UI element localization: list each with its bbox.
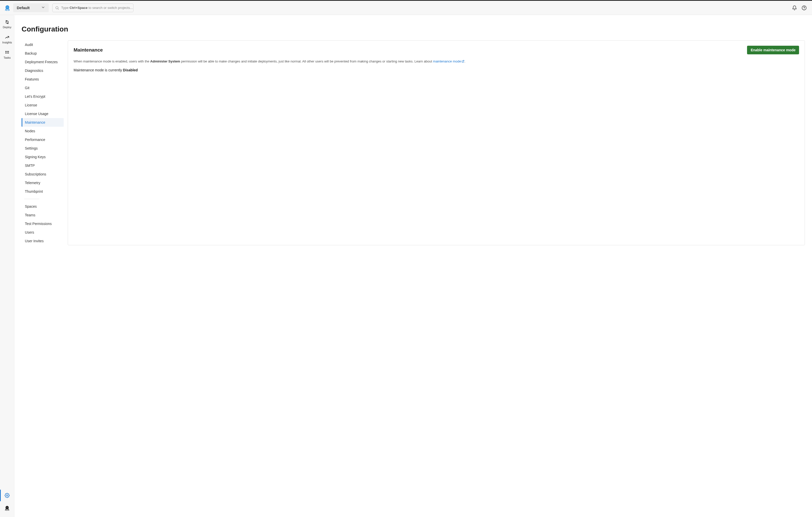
config-nav-item-test-permissions[interactable]: Test Permissions (22, 219, 64, 228)
insights-icon (5, 35, 9, 40)
config-nav-item-license-usage[interactable]: License Usage (22, 109, 64, 118)
search-input[interactable]: Type Ctrl+Space to search or switch proj… (52, 4, 134, 12)
main-content: Configuration AuditBackupDeployment Free… (14, 15, 812, 517)
maintenance-status: Maintenance mode is currently Disabled (74, 68, 799, 72)
panel-title: Maintenance (74, 47, 103, 53)
rail-label: Insights (2, 41, 12, 44)
help-button[interactable] (799, 3, 809, 13)
desc-text: When maintenance mode is enabled, users … (74, 59, 150, 63)
svg-line-4 (58, 9, 59, 9)
svg-point-8 (7, 51, 8, 52)
desc-text: permission will be able to make changes … (180, 59, 433, 63)
svg-point-15 (6, 507, 7, 508)
config-nav-item-smtp[interactable]: SMTP (22, 161, 64, 170)
config-nav-item-subscriptions[interactable]: Subscriptions (22, 170, 64, 179)
tasks-icon (5, 50, 9, 55)
config-nav-item-performance[interactable]: Performance (22, 135, 64, 144)
topbar: Default Type Ctrl+Space to search or swi… (0, 1, 812, 15)
search-text-prefix: Type (61, 6, 69, 10)
search-icon (55, 6, 59, 10)
svg-point-12 (8, 53, 9, 54)
rail-item-user[interactable] (0, 502, 14, 514)
config-nav-item-diagnostics[interactable]: Diagnostics (22, 66, 64, 75)
config-nav-item-features[interactable]: Features (22, 75, 64, 84)
notifications-button[interactable] (790, 3, 799, 13)
desc-text: . (464, 59, 465, 63)
nav-divider (24, 199, 39, 199)
svg-point-16 (7, 507, 8, 508)
bell-icon (792, 5, 797, 10)
search-placeholder: Type Ctrl+Space to search or switch proj… (61, 6, 133, 10)
chevron-down-icon (41, 5, 45, 10)
config-nav-item-git[interactable]: Git (22, 84, 64, 92)
rail-item-insights[interactable]: Insights (0, 35, 14, 44)
svg-point-11 (7, 53, 8, 54)
config-nav: AuditBackupDeployment FreezesDiagnostics… (22, 40, 64, 245)
svg-point-10 (5, 53, 6, 54)
config-nav-item-teams[interactable]: Teams (22, 211, 64, 219)
config-nav-item-maintenance[interactable]: Maintenance (22, 118, 64, 127)
config-nav-item-thumbprint[interactable]: Thumbprint (22, 187, 64, 196)
deploy-icon (5, 20, 9, 25)
config-nav-item-user-invites[interactable]: User Invites (22, 237, 64, 245)
gear-icon (5, 493, 10, 498)
space-name: Default (17, 6, 30, 10)
link-text: maintenance mode (433, 59, 461, 63)
svg-point-2 (8, 7, 8, 7)
status-value: Disabled (123, 68, 138, 72)
rail-label: Tasks (4, 56, 11, 59)
config-nav-item-deployment-freezes[interactable]: Deployment Freezes (22, 58, 64, 66)
config-nav-item-license[interactable]: License (22, 101, 64, 109)
config-nav-item-audit[interactable]: Audit (22, 40, 64, 49)
desc-bold: Administer System (150, 59, 180, 63)
space-switcher[interactable]: Default (13, 3, 49, 12)
app-logo[interactable] (3, 4, 12, 12)
status-prefix: Maintenance mode is currently (74, 68, 123, 72)
enable-maintenance-button[interactable]: Enable maintenance mode (747, 46, 799, 54)
panel-description: When maintenance mode is enabled, users … (74, 59, 799, 64)
search-text-suffix: to search or switch projects... (88, 6, 133, 10)
svg-point-9 (8, 51, 9, 52)
search-shortcut: Ctrl+Space (69, 6, 88, 10)
rail-item-deploy[interactable]: Deploy (0, 20, 14, 29)
octopus-logo-icon (4, 5, 11, 11)
maintenance-mode-link[interactable]: maintenance mode (433, 59, 464, 63)
svg-point-7 (5, 51, 6, 52)
config-nav-item-spaces[interactable]: Spaces (22, 202, 64, 211)
rail-item-configuration[interactable] (0, 489, 14, 502)
left-rail: Deploy Insights Tasks (0, 15, 14, 517)
config-nav-item-users[interactable]: Users (22, 228, 64, 237)
page-title: Configuration (22, 25, 805, 33)
config-nav-item-settings[interactable]: Settings (22, 144, 64, 153)
config-nav-item-signing-keys[interactable]: Signing Keys (22, 153, 64, 161)
external-link-icon (462, 59, 464, 64)
config-nav-item-nodes[interactable]: Nodes (22, 127, 64, 135)
maintenance-panel: Maintenance Enable maintenance mode When… (68, 40, 805, 245)
config-nav-item-backup[interactable]: Backup (22, 49, 64, 58)
help-icon (802, 5, 807, 10)
config-nav-item-telemetry[interactable]: Telemetry (22, 179, 64, 187)
svg-point-13 (7, 495, 8, 496)
config-nav-item-let-s-encrypt[interactable]: Let's Encrypt (22, 92, 64, 101)
svg-line-17 (463, 60, 464, 61)
svg-point-3 (56, 6, 58, 9)
rail-label: Deploy (3, 26, 11, 29)
svg-point-1 (7, 7, 7, 7)
user-avatar-icon (4, 505, 10, 511)
rail-item-tasks[interactable]: Tasks (0, 50, 14, 59)
